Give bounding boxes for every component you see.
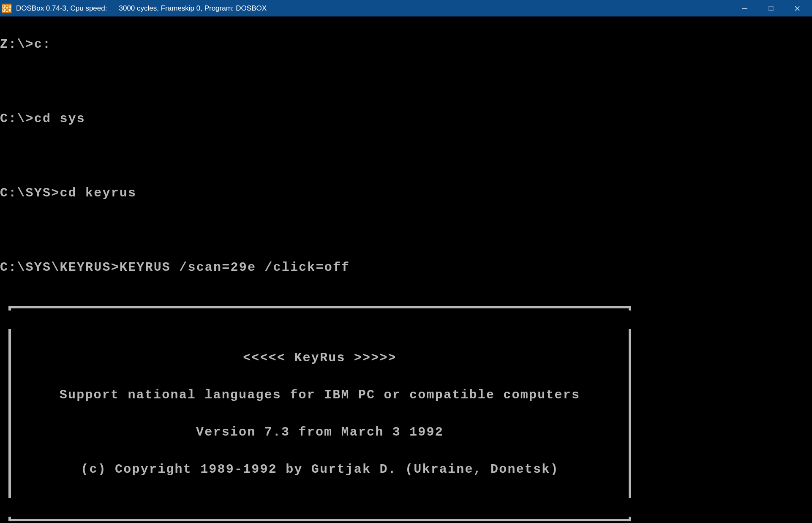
- banner-version: Version 7.3 from March 3 1992: [11, 423, 629, 441]
- banner-description: Support national languages for IBM PC or…: [11, 386, 629, 404]
- close-button[interactable]: [784, 0, 810, 16]
- box-border-bottom: [8, 517, 631, 521]
- terminal-output[interactable]: Z:\>c: C:\>cd sys C:\SYS>cd keyrus C:\SY…: [0, 16, 812, 523]
- maximize-button[interactable]: [758, 0, 784, 16]
- banner-copyright: (c) Copyright 1989-1992 by Gurtjak D. (U…: [11, 460, 629, 479]
- terminal-line: Z:\>c:: [0, 35, 812, 54]
- terminal-line: C:\SYS\KEYRUS>KEYRUS /scan=29e /click=of…: [0, 258, 812, 277]
- keyrus-banner: <<<<< KeyRus >>>>> Support national lang…: [8, 329, 631, 498]
- terminal-line-blank: [0, 221, 812, 240]
- window-controls: [732, 0, 810, 16]
- box-border-top: [8, 306, 631, 311]
- window-title-extra: 3000 cycles, Frameskip 0, Program: DOSBO…: [119, 4, 267, 13]
- terminal-line-blank: [0, 147, 812, 165]
- svg-rect-1: [769, 6, 773, 11]
- terminal-line-blank: [0, 72, 812, 91]
- terminal-line: C:\>cd sys: [0, 109, 812, 128]
- banner-title: <<<<< KeyRus >>>>>: [11, 349, 629, 367]
- window-title: DOSBox 0.74-3, Cpu speed:: [16, 4, 107, 13]
- terminal-line: C:\SYS>cd keyrus: [0, 184, 812, 202]
- minimize-button[interactable]: [732, 0, 758, 16]
- window-titlebar: DOS BOX DOSBox 0.74-3, Cpu speed: 3000 c…: [0, 0, 812, 16]
- dosbox-icon-text: DOS BOX: [2, 5, 11, 12]
- dosbox-icon: DOS BOX: [2, 3, 12, 14]
